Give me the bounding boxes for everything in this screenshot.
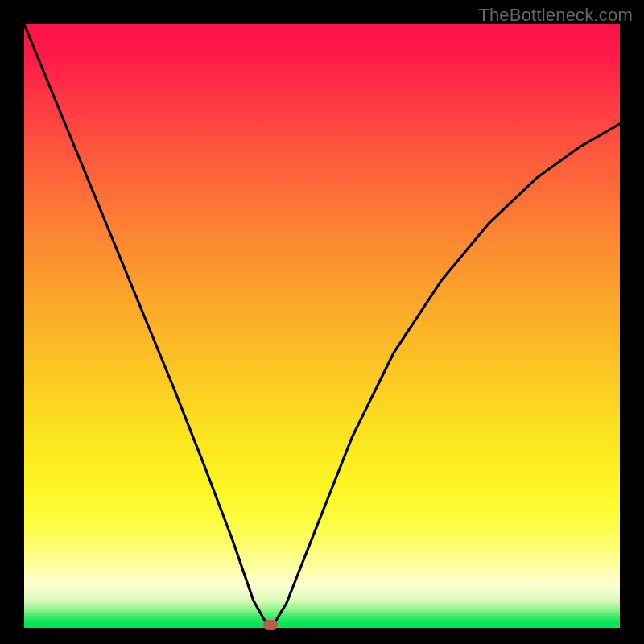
plot-area [24,24,620,628]
watermark-text: TheBottleneck.com [478,5,633,26]
curve-svg [24,24,620,628]
bottleneck-curve [24,24,620,625]
chart-frame: TheBottleneck.com [0,0,644,644]
optimum-marker [263,620,278,630]
